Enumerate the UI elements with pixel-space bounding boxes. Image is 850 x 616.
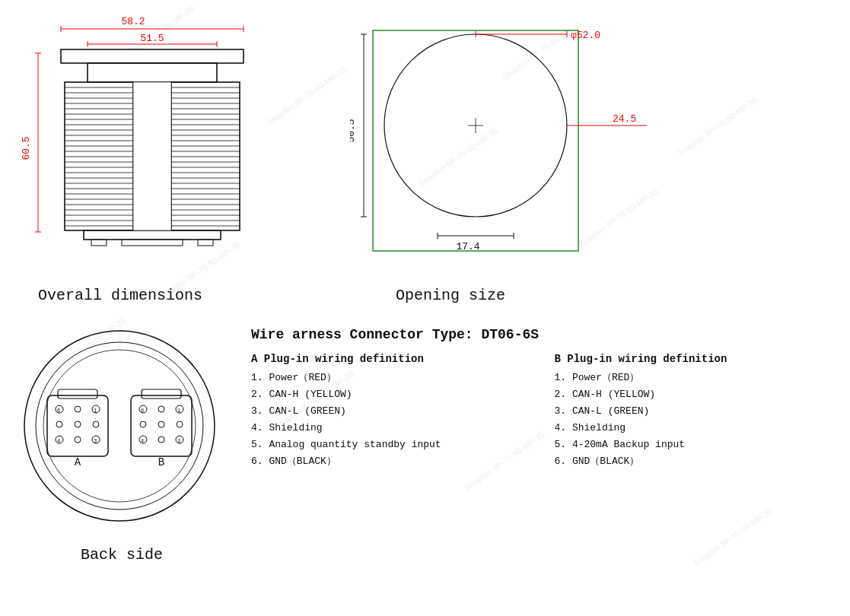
svg-rect-80 (373, 30, 578, 251)
col-b-item-6: 6. GND（BLACK） (555, 453, 836, 470)
svg-point-124 (140, 421, 146, 427)
svg-text:1: 1 (177, 408, 180, 414)
svg-text:58.2: 58.2 (121, 16, 145, 27)
opening-dim-svg: φ52.0 50.5 24.5 17.4 (350, 8, 670, 289)
col-a-item-3: 3. CAN-L (GREEN) (251, 403, 532, 420)
col-a-item-6: 6. GND（BLACK） (251, 453, 532, 470)
svg-rect-13 (88, 63, 217, 82)
svg-text:3: 3 (177, 438, 180, 444)
backside-svg: 6 1 4 3 A 6 1 (15, 327, 224, 536)
svg-rect-70 (84, 230, 221, 240)
wire-info: Wire arness Connector Type: DT06-6S A Pl… (228, 327, 835, 564)
svg-rect-72 (122, 240, 183, 246)
svg-rect-14 (65, 82, 133, 230)
col-b-title: B Plug-in wiring definition (555, 353, 836, 365)
svg-text:4: 4 (141, 438, 144, 444)
svg-point-105 (75, 406, 81, 412)
backside-drawing: 6 1 4 3 A 6 1 (15, 327, 228, 564)
backside-label: Back side (15, 546, 228, 564)
overall-dim-label: Overall dimensions (38, 287, 202, 304)
svg-text:17.4: 17.4 (456, 241, 479, 252)
svg-rect-73 (198, 240, 213, 246)
svg-rect-71 (91, 240, 107, 246)
svg-rect-79 (133, 82, 171, 230)
overall-dim-svg: 58.2 60.5 51.5 (15, 8, 297, 289)
svg-text:4: 4 (57, 438, 60, 444)
svg-point-113 (75, 437, 81, 443)
col-b-item-3: 3. CAN-L (GREEN) (555, 403, 836, 420)
svg-point-126 (177, 421, 183, 427)
svg-point-100 (43, 350, 196, 502)
col-a-item-2: 2. CAN-H (YELLOW) (251, 386, 532, 403)
connector-type-value: DT06-6S (481, 327, 539, 342)
opening-size-drawing: φ52.0 50.5 24.5 17.4 Opening size (350, 8, 670, 312)
wiring-col-b: B Plug-in wiring definition 1. Power（RED… (555, 353, 836, 471)
col-a-item-1: 1. Power（RED） (251, 370, 532, 386)
svg-point-129 (158, 437, 164, 443)
top-section: 58.2 60.5 51.5 (0, 0, 850, 319)
svg-rect-12 (61, 49, 244, 63)
col-a-item-5: 5. Analog quantity standby input (251, 437, 532, 453)
svg-text:φ52.0: φ52.0 (571, 30, 600, 41)
svg-text:3: 3 (94, 438, 97, 444)
connector-type-label: Wire arness Connector Type: (251, 327, 473, 342)
svg-point-121 (158, 406, 164, 412)
svg-text:6: 6 (57, 408, 60, 414)
opening-dim-label: Opening size (396, 287, 505, 304)
col-a-title: A Plug-in wiring definition (251, 353, 532, 365)
bottom-section: 6 1 4 3 A 6 1 (0, 319, 850, 571)
svg-rect-102 (58, 389, 97, 398)
svg-text:50.5: 50.5 (350, 119, 357, 142)
wiring-col-a: A Plug-in wiring definition 1. Power（RED… (251, 353, 532, 471)
svg-text:1: 1 (94, 408, 97, 414)
overall-dimensions-drawing: 58.2 60.5 51.5 (15, 8, 304, 312)
col-b-item-2: 2. CAN-H (YELLOW) (555, 386, 836, 403)
connector-type-title: Wire arness Connector Type: DT06-6S (251, 327, 835, 342)
svg-point-125 (158, 421, 164, 427)
svg-point-109 (75, 421, 81, 427)
col-b-item-4: 4. Shielding (555, 420, 836, 437)
wiring-columns: A Plug-in wiring definition 1. Power（RED… (251, 353, 835, 471)
svg-point-99 (36, 342, 203, 510)
svg-point-98 (24, 331, 215, 521)
svg-text:B: B (158, 456, 164, 468)
svg-text:51.5: 51.5 (140, 33, 164, 44)
svg-rect-118 (142, 389, 181, 398)
svg-point-108 (56, 421, 62, 427)
svg-text:24.5: 24.5 (613, 113, 636, 125)
col-a-item-4: 4. Shielding (251, 420, 532, 437)
svg-text:A: A (75, 456, 81, 468)
svg-text:60.5: 60.5 (21, 136, 32, 160)
col-b-item-5: 5. 4-20mA Backup input (555, 437, 836, 453)
col-b-item-1: 1. Power（RED） (555, 370, 836, 386)
svg-point-110 (93, 421, 99, 427)
svg-text:6: 6 (141, 408, 144, 414)
svg-rect-15 (171, 82, 240, 230)
